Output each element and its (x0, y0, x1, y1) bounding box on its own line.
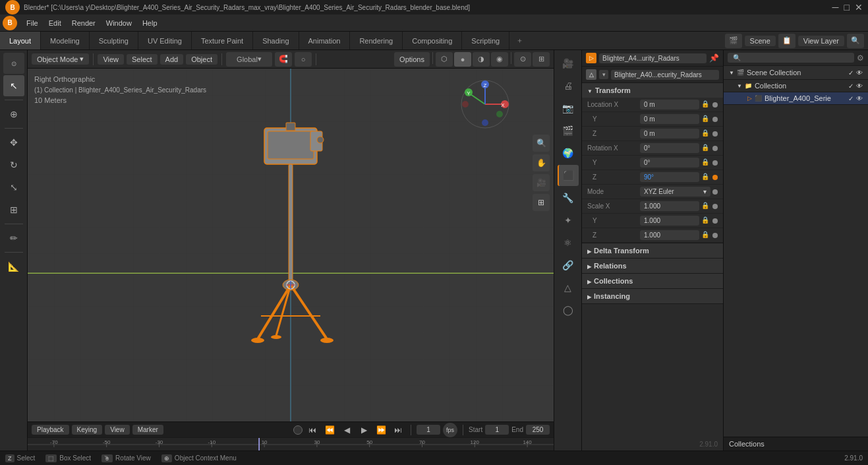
object-menu[interactable]: Object (186, 54, 217, 65)
fps-indicator[interactable]: fps (443, 423, 457, 437)
end-frame[interactable]: 250 (526, 425, 550, 435)
timeline-ruler[interactable]: -70 -50 -30 -10 10 30 50 70 120 (28, 437, 554, 450)
particles-props-btn[interactable]: ✦ (558, 210, 579, 231)
transform-tool[interactable]: ⊞ (3, 199, 24, 220)
zoom-in-btn[interactable]: 🔍 (533, 135, 550, 152)
pin-object-btn[interactable]: 📌 (709, 53, 719, 63)
xray-btn[interactable]: ⊞ (533, 52, 550, 67)
scene-eye-icon[interactable]: 👁 (856, 69, 863, 77)
options-btn[interactable]: Options (394, 52, 430, 67)
rotation-y-lock[interactable]: 🔒 (701, 158, 710, 168)
scale-z-value[interactable]: 1.000 (640, 230, 699, 240)
global-dropdown[interactable]: Global ▾ (226, 52, 272, 67)
tab-layout[interactable]: Layout (0, 32, 41, 49)
tab-uv-editing[interactable]: UV Editing (138, 32, 192, 49)
add-menu[interactable]: Add (160, 54, 184, 65)
scene-icon-btn[interactable]: 🎬 (725, 34, 742, 48)
render-props-btn[interactable]: 🎥 (558, 53, 579, 74)
collections-header[interactable]: Collections (582, 274, 723, 288)
constraints-props-btn[interactable]: 🔗 (558, 255, 579, 276)
close-btn[interactable]: ✕ (855, 2, 863, 13)
scale-y-value[interactable]: 1.000 (640, 216, 699, 226)
select-tool[interactable]: ↖ (3, 75, 24, 96)
location-z-lock[interactable]: 🔒 (701, 129, 710, 139)
rotation-y-value[interactable]: 0° (640, 158, 699, 168)
jump-end-btn[interactable]: ⏭ (391, 423, 405, 437)
rendered-btn[interactable]: ◉ (491, 52, 508, 67)
tab-modeling[interactable]: Modeling (41, 32, 90, 49)
data-name-field[interactable]: Blighter_A40...ecurity_Radars (611, 70, 719, 80)
maximize-btn[interactable]: □ (844, 2, 850, 13)
viewport-canvas[interactable]: Right Orthographic (1) Collection | Blig… (28, 69, 554, 421)
tab-shading[interactable]: Shading (253, 32, 299, 49)
scene-vis-check[interactable]: ✓ (848, 69, 854, 77)
jump-start-btn[interactable]: ⏮ (305, 423, 320, 437)
object-name-field[interactable]: Blighter_A4...urity_Radars (599, 53, 707, 63)
location-z-value[interactable]: 0 m (640, 129, 699, 139)
object-props-btn[interactable]: ⬛ (558, 165, 579, 186)
blender-logo-menu[interactable]: B (3, 16, 17, 30)
view-tl-btn[interactable]: View (105, 425, 130, 435)
add-workspace-btn[interactable]: ＋ (509, 32, 530, 49)
current-frame[interactable]: 1 (417, 425, 440, 435)
rotation-x-value[interactable]: 0° (640, 143, 699, 153)
physics-props-btn[interactable]: ⚛ (558, 232, 579, 253)
mode-dropdown[interactable]: Object Mode ▾ (32, 53, 89, 65)
tab-compositing[interactable]: Compositing (403, 32, 462, 49)
scale-z-lock[interactable]: 🔒 (701, 231, 710, 240)
next-frame-btn[interactable]: ⏩ (374, 423, 388, 437)
play-btn[interactable]: ▶ (357, 423, 371, 437)
wireframe-btn[interactable]: ⬡ (436, 52, 453, 67)
location-x-lock[interactable]: 🔒 (701, 100, 710, 109)
rotation-z-value[interactable]: 90° (640, 172, 699, 182)
material-btn-side[interactable]: ◯ (558, 299, 579, 321)
tab-scripting[interactable]: Scripting (462, 32, 509, 49)
tab-animation[interactable]: Animation (299, 32, 351, 49)
rotation-z-lock[interactable]: 🔒 (701, 173, 710, 182)
object-vis-check[interactable]: ✓ (848, 95, 854, 102)
play-reverse-btn[interactable]: ◀ (339, 423, 354, 437)
measure-tool[interactable]: 📐 (3, 256, 24, 277)
material-btn[interactable]: ◑ (473, 52, 490, 67)
tab-rendering[interactable]: Rendering (350, 32, 403, 49)
scale-y-lock[interactable]: 🔒 (701, 216, 710, 226)
annotate-tool[interactable]: ✏ (3, 228, 24, 249)
menu-help[interactable]: Help (137, 18, 163, 28)
collection-eye-icon[interactable]: 👁 (856, 82, 863, 90)
relations-header[interactable]: Relations (582, 259, 723, 273)
collection-item-row[interactable]: ▼ 📁 Collection ✓ 👁 (724, 80, 868, 92)
data-dropdown-btn[interactable]: ▾ (599, 70, 608, 79)
scene-selector[interactable]: Scene (745, 36, 776, 46)
axis-gizmo[interactable]: X Y Z (459, 78, 511, 132)
instancing-header[interactable]: Instancing (582, 289, 723, 303)
world-props-btn[interactable]: 🌍 (558, 142, 579, 164)
proportional-btn[interactable]: ○ (295, 52, 312, 67)
output-props-btn[interactable]: 🖨 (558, 75, 579, 96)
view-layer-props-btn[interactable]: 📷 (558, 98, 579, 119)
view-menu[interactable]: View (98, 54, 124, 65)
collection-vis-check[interactable]: ✓ (848, 82, 854, 90)
mode-selector-btn[interactable]: ⊙ (3, 53, 24, 74)
transform-header[interactable]: Transform (582, 83, 723, 98)
prev-frame-btn[interactable]: ⏪ (322, 423, 337, 437)
object-data-btn[interactable]: △ (558, 277, 579, 298)
outliner-search-input[interactable] (728, 53, 854, 63)
location-y-lock[interactable]: 🔒 (701, 115, 710, 124)
camera-btn[interactable]: 🎥 (533, 174, 550, 191)
cursor-tool[interactable]: ⊕ (3, 104, 24, 125)
snapping-btn[interactable]: 🧲 (275, 52, 292, 67)
move-tool[interactable]: ✥ (3, 132, 24, 153)
object-eye-icon[interactable]: 👁 (856, 95, 863, 102)
minimize-btn[interactable]: ─ (832, 2, 839, 13)
object-item-row[interactable]: ▷ ⬛ Blighter_A400_Serie ✓ 👁 (724, 92, 868, 105)
marker-btn[interactable]: Marker (132, 425, 163, 435)
tab-texture-paint[interactable]: Texture Paint (192, 32, 253, 49)
location-y-value[interactable]: 0 m (640, 114, 699, 124)
start-frame[interactable]: 1 (485, 425, 509, 435)
select-menu[interactable]: Select (127, 54, 158, 65)
scale-x-value[interactable]: 1.000 (640, 201, 699, 211)
scene-props-btn[interactable]: 🎬 (558, 120, 579, 141)
playback-btn[interactable]: Playback (32, 425, 69, 435)
keying-btn[interactable]: Keying (72, 425, 103, 435)
rotate-tool[interactable]: ↻ (3, 154, 24, 175)
